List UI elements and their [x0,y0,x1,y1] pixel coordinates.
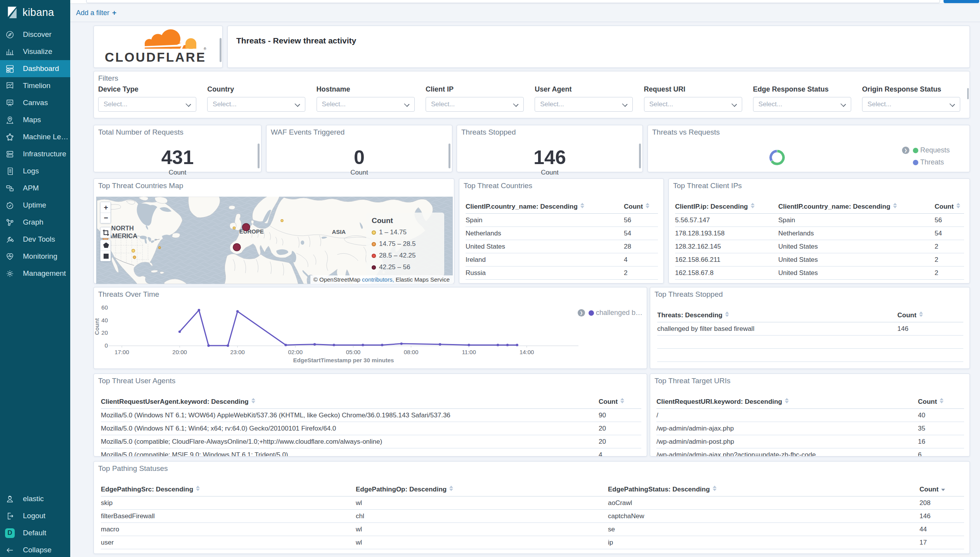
sidebar-item-monitoring[interactable]: Monitoring [0,248,70,265]
legend-expand-icon[interactable]: ❯ [902,147,909,154]
attribution-link[interactable]: contributors, [362,276,394,283]
column-header-count[interactable]: Count [918,398,964,406]
world-map[interactable]: NORTH AMERICA EUROPE ASIA + − [96,197,453,284]
sidebar-item-infrastructure[interactable]: Infrastructure [0,145,70,163]
filter-select-request-uri[interactable]: Select... [644,97,742,112]
column-header-clientip.country_name[interactable]: ClientIP.country_name: Descending [466,203,624,211]
panel-scrollbar[interactable] [220,38,222,62]
sidebar-item-graph[interactable]: Graph [0,214,70,231]
sidebar-item-discover[interactable]: Discover [0,26,70,43]
management-icon [5,269,14,278]
filter-select-hostname[interactable]: Select... [317,97,415,112]
legend-expand-icon[interactable]: ❯ [578,309,585,317]
map-bubble[interactable] [242,223,250,231]
donut-chart[interactable] [762,142,793,173]
sidebar-item-canvas[interactable]: Canvas [0,94,70,111]
add-filter-link[interactable]: Add a filter+ [76,9,116,17]
map-bubble[interactable] [281,220,283,222]
top-threat-user-agents-panel: Top Threat User Agents ClientRequestUser… [93,374,647,457]
table-cell: chl [356,512,608,520]
legend-label[interactable]: Threats [920,158,944,166]
chevron-down-icon [404,101,409,107]
table-cell: United States [466,243,624,251]
sidebar-item-label: Default [23,529,46,537]
zoom-in-button[interactable]: + [100,202,111,213]
column-header-edgepathingop[interactable]: EdgePathingOp: Descending [356,486,608,493]
metric-count-label: Count [457,169,642,176]
table-cell: Russia [466,269,624,277]
column-header-count[interactable]: Count [919,486,964,493]
draw-polygon-button[interactable] [100,240,111,251]
table-row: Russia2 [466,266,658,280]
table-cell: 20 [599,425,641,432]
filter-select-country[interactable]: Select... [207,97,305,112]
threat-map-panel: Top Threat Countries Map [93,178,454,284]
sidebar-item-maps[interactable]: Maps [0,111,70,128]
filter-select-origin-response-status[interactable]: Select... [862,97,960,112]
line-chart[interactable]: 0204060Count17:0020:0023:0002:0005:0008:… [94,287,647,368]
table-cell: 162.158.66.211 [675,256,778,264]
map-bubble[interactable] [233,244,241,251]
sidebar-item-collapse[interactable]: Collapse [0,541,70,557]
sidebar-item-uptime[interactable]: Uptime [0,197,70,214]
filter-select-user-agent[interactable]: Select... [535,97,633,112]
table-cell: Netherlands [466,230,624,237]
column-header-count[interactable]: Count [624,203,658,211]
sidebar-item-dev-tools[interactable]: Dev Tools [0,231,70,248]
column-header-count[interactable]: Count [935,203,964,211]
filter-select-edge-response-status[interactable]: Select... [753,97,851,112]
column-header-clientip.ip[interactable]: ClientIP.ip: Descending [675,203,778,211]
draw-bounds-button[interactable] [100,227,111,238]
map-bubble[interactable] [233,227,235,229]
sidebar-item-user[interactable]: elastic [0,490,70,507]
column-header-edgepathingsrc[interactable]: EdgePathingSrc: Descending [101,486,356,493]
filter-select-device-type[interactable]: Select... [98,97,196,112]
table-row: macrowlse44 [101,523,964,536]
column-header-edgepathingstatus[interactable]: EdgePathingStatus: Descending [608,486,919,493]
draw-rectangle-button[interactable] [100,251,111,261]
map-bubble[interactable] [132,249,135,252]
legend-dot [589,310,594,316]
column-header-threats[interactable]: Threats: Descending [657,311,897,319]
map-bubble[interactable] [159,247,161,249]
column-header-clientrequestuseragent.keyword[interactable]: ClientRequestUserAgent.keyword: Descendi… [101,398,599,406]
filter-group-hostname: Hostname Select... [317,85,415,112]
map-bubble[interactable] [133,256,136,259]
sidebar-item-machine-learning[interactable]: Machine Le… [0,128,70,145]
map-panel-title: Top Threat Countries Map [98,182,183,190]
column-header-count[interactable]: Count [599,398,641,406]
sidebar-item-management[interactable]: Management [0,265,70,282]
sidebar-item-apm[interactable]: APM [0,180,70,197]
panel-scrollbar[interactable] [258,144,260,168]
update-button[interactable] [944,0,979,3]
column-header-clientip.country_name[interactable]: ClientIP.country_name: Descending [778,203,935,211]
legend-bucket-label: 28.5 – 42.25 [379,252,416,259]
sidebar-item-timelion[interactable]: Timelion [0,77,70,94]
cloudflare-cloud-icon [142,29,200,52]
zoom-out-button[interactable]: − [100,213,111,223]
panel-scrollbar[interactable] [639,144,641,168]
table-cell: 162.158.67.8 [675,269,778,277]
search-input[interactable] [86,0,940,3]
filter-select-client-ip[interactable]: Select... [426,97,524,112]
sidebar-item-label: Infrastructure [23,150,66,158]
legend-label[interactable]: challenged b… [596,309,642,317]
sidebar-item-logout[interactable]: Logout [0,507,70,524]
column-header-clientrequesturi.keyword[interactable]: ClientRequestURI.keyword: Descending [656,398,918,406]
legend-label[interactable]: Requests [920,146,950,154]
sidebar-item-visualize[interactable]: Visualize [0,43,70,60]
table-cell: Mozilla/5.0 (Windows NT 6.1; WOW64) Appl… [101,412,599,419]
sidebar-item-logs[interactable]: Logs [0,163,70,180]
column-header-count[interactable]: Count [897,311,963,319]
sidebar-item-space-default[interactable]: DDefault [0,524,70,541]
panel-scrollbar[interactable] [967,88,969,99]
metric-count-label: Count [267,169,452,176]
table-row: 128.32.162.145United States2 [675,240,964,253]
graph-icon [5,218,14,227]
table-panel-title: Top Threat Target URIs [654,377,731,385]
kibana-logo[interactable]: kibana [0,0,70,25]
sidebar-item-dashboard[interactable]: Dashboard [0,60,70,77]
sidebar-item-label: Monitoring [23,252,57,261]
panel-scrollbar[interactable] [448,144,450,168]
table-cell: 16 [918,438,964,446]
